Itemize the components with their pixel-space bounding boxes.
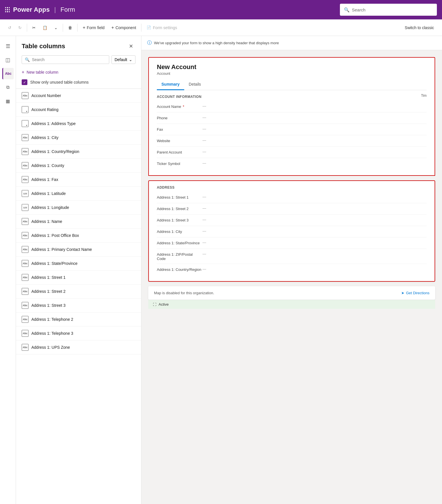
sidebar-dashboard[interactable]: ◫ [2, 54, 14, 66]
column-name: Address 1: Street 3 [31, 303, 66, 308]
toolbar: ↺ ↻ ✂ 📋 ⌄ 🗑 + Form field + Component 📄 F… [0, 19, 442, 36]
dashboard-icon: ◫ [5, 57, 10, 63]
chevron-down-icon: ⌄ [54, 25, 58, 30]
tab-details-label: Details [189, 82, 201, 86]
panel-search-box[interactable]: 🔍 [22, 55, 109, 64]
map-disabled-text: Map is disabled for this organization. [154, 291, 214, 295]
columns-list: AbcAccount Number▼Account Rating▼Address… [16, 88, 141, 504]
column-item[interactable]: AbcAddress 1: Country/Region [16, 145, 141, 159]
component-button[interactable]: + Component [109, 23, 139, 32]
column-type-icon: Abc [22, 330, 29, 337]
sidebar-hamburger[interactable]: ☰ [2, 41, 14, 52]
redo-button[interactable]: ↻ [15, 24, 25, 32]
sidebar-layers[interactable]: ⧉ [2, 82, 14, 93]
switch-classic-button[interactable]: Switch to classic [402, 24, 437, 32]
form-settings-button[interactable]: 📄 Form settings [144, 24, 180, 32]
components-icon: ▦ [6, 98, 10, 104]
sidebar-abc[interactable]: Abc [2, 68, 14, 79]
column-item[interactable]: AbcAddress 1: UPS Zone [16, 340, 141, 354]
column-type-icon: 123 [22, 204, 29, 211]
info-banner: ⓘ We've upgraded your form to show a hig… [141, 36, 442, 50]
column-item[interactable]: AbcAddress 1: State/Province [16, 257, 141, 271]
search-icon-panel: 🔍 [25, 57, 30, 62]
form-area: ⓘ We've upgraded your form to show a hig… [141, 36, 442, 504]
undo-button[interactable]: ↺ [5, 24, 14, 32]
top-nav-bar: Power Apps | Form 🔍 Search [0, 0, 442, 19]
address-field-value: --- [202, 206, 206, 210]
column-item[interactable]: AbcAccount Number [16, 89, 141, 103]
column-item[interactable]: ▼Account Rating [16, 103, 141, 117]
panel-dropdown[interactable]: Default ⌄ [111, 55, 135, 64]
form-field-value: --- [202, 161, 206, 165]
column-name: Address 1: Street 2 [31, 289, 66, 294]
redo-icon: ↻ [18, 25, 22, 30]
delete-icon: 🗑 [68, 25, 72, 30]
column-name: Account Rating [31, 107, 58, 112]
column-item[interactable]: 123Address 1: Latitude [16, 187, 141, 201]
search-box[interactable]: 🔍 Search [340, 4, 437, 16]
new-column-label: New table column [27, 70, 58, 74]
column-item[interactable]: AbcAddress 1: Post Office Box [16, 229, 141, 243]
column-type-icon: Abc [22, 274, 29, 281]
tab-details[interactable]: Details [184, 79, 206, 90]
column-item[interactable]: AbcAddress 1: City [16, 131, 141, 145]
column-item[interactable]: ▼Address 1: Address Type [16, 117, 141, 131]
column-name: Address 1: Address Type [31, 121, 76, 126]
form-field-button[interactable]: + Form field [80, 23, 108, 32]
column-type-icon: Abc [22, 302, 29, 309]
app-title: Power Apps [13, 6, 50, 13]
form-settings-label: Form settings [153, 25, 177, 30]
status-label: Active [159, 302, 169, 307]
column-name: Address 1: Telephone 2 [31, 317, 73, 322]
delete-button[interactable]: 🗑 [65, 24, 75, 32]
show-unused-checkbox-row[interactable]: ✓ Show only unused table columns [16, 77, 141, 88]
column-item[interactable]: AbcAddress 1: Name [16, 215, 141, 229]
chevron-down-icon-panel: ⌄ [129, 57, 132, 62]
column-item[interactable]: AbcAddress 1: Street 1 [16, 271, 141, 285]
column-item[interactable]: AbcAddress 1: Primary Contact Name [16, 243, 141, 257]
toolbar-divider-1 [27, 24, 27, 32]
form-field-value: --- [202, 115, 206, 120]
form-field-row: Website--- [157, 135, 427, 147]
cut-icon: ✂ [32, 25, 36, 30]
form-field-row: Fax--- [157, 124, 427, 135]
info-banner-text: We've upgraded your form to show a high … [154, 41, 279, 45]
panel-title: Table columns [22, 43, 65, 50]
required-indicator: * [182, 104, 184, 109]
address-field-label: Address 1: Country/Region [157, 267, 202, 272]
column-type-icon: Abc [22, 162, 29, 169]
column-type-icon: 123 [22, 190, 29, 197]
column-type-icon: Abc [22, 260, 29, 267]
plus-icon-column: + [22, 70, 24, 75]
column-item[interactable]: AbcAddress 1: Fax [16, 173, 141, 187]
search-placeholder-text: Search [352, 7, 366, 12]
panel-search-row: 🔍 Default ⌄ [16, 55, 141, 67]
column-item[interactable]: 123Address 1: Longitude [16, 201, 141, 215]
cut-button[interactable]: ✂ [29, 24, 38, 32]
sidebar-components[interactable]: ▦ [2, 95, 14, 107]
column-item[interactable]: AbcAddress 1: County [16, 159, 141, 173]
dropdown-button[interactable]: ⌄ [51, 24, 60, 32]
column-name: Address 1: Telephone 3 [31, 331, 73, 336]
panel-search-input[interactable] [32, 57, 106, 62]
column-name: Address 1: Longitude [31, 205, 69, 210]
sidebar-icons: ☰ ◫ Abc ⧉ ▦ [0, 36, 16, 504]
address-field-label: Address 1: State/Province [157, 240, 202, 245]
panel-close-button[interactable]: ✕ [126, 42, 135, 51]
column-name: Address 1: Fax [31, 177, 58, 182]
paste-button[interactable]: 📋 [40, 24, 50, 32]
column-item[interactable]: AbcAddress 1: Telephone 3 [16, 326, 141, 340]
new-table-column-button[interactable]: + New table column [16, 67, 141, 77]
app-grid-icon[interactable] [5, 7, 10, 12]
column-type-icon: Abc [22, 134, 29, 141]
address-field-row: Address 1: Street 2--- [157, 203, 427, 215]
column-item[interactable]: AbcAddress 1: Telephone 2 [16, 313, 141, 326]
tab-summary[interactable]: Summary [157, 79, 184, 90]
address-field-label: Address 1: City [157, 229, 202, 234]
column-item[interactable]: AbcAddress 1: Street 3 [16, 299, 141, 313]
address-fields-list: Address 1: Street 1---Address 1: Street … [157, 192, 427, 275]
column-type-icon: Abc [22, 232, 29, 239]
get-directions-button[interactable]: ➤ Get Directions [401, 291, 429, 295]
directions-icon: ➤ [401, 291, 404, 295]
column-item[interactable]: AbcAddress 1: Street 2 [16, 285, 141, 299]
